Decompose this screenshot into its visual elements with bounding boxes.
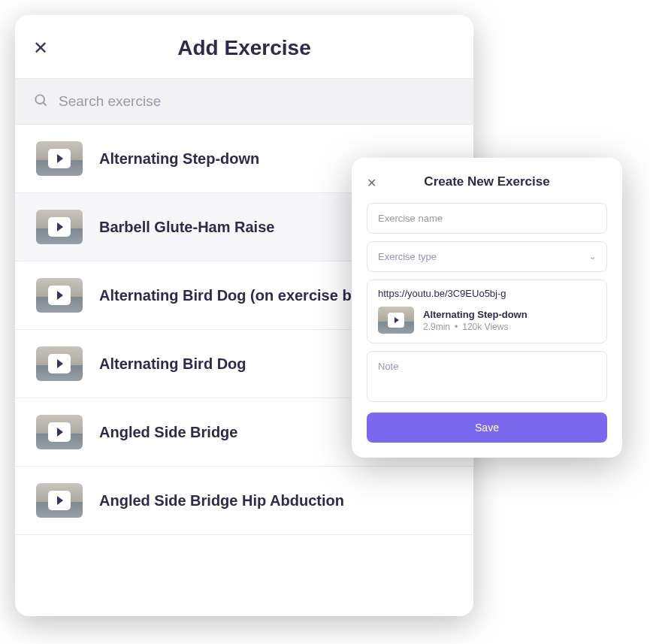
video-url-card: https://youtu.be/3C9EUo5bj-g Alternating… [367, 280, 607, 343]
exercise-label: Alternating Step-down [99, 150, 259, 168]
list-item[interactable]: Angled Side Bridge Hip Abduction [15, 467, 473, 535]
exercise-label: Alternating Bird Dog [99, 355, 246, 373]
search-icon [33, 92, 48, 110]
search-bar[interactable] [15, 79, 473, 125]
url-value[interactable]: https://youtu.be/3C9EUo5bj-g [378, 288, 596, 299]
video-thumbnail [36, 483, 83, 518]
preview-title: Alternating Step-down [423, 309, 528, 320]
play-icon [48, 217, 71, 237]
svg-point-0 [35, 95, 44, 104]
svg-line-1 [44, 103, 47, 106]
chevron-down-icon: ⌄ [589, 252, 596, 262]
video-thumbnail [36, 346, 83, 381]
exercise-label: Alternating Bird Dog (on exercise ball) [99, 287, 373, 304]
note-field[interactable] [367, 351, 607, 402]
panel-title: Add Exercise [33, 36, 455, 60]
close-icon[interactable]: ✕ [33, 38, 48, 59]
play-icon [48, 149, 71, 168]
save-button[interactable]: Save [367, 413, 607, 443]
exercise-label: Barbell Glute-Ham Raise [99, 219, 274, 236]
select-placeholder: Exercise type [378, 251, 437, 262]
preview-views: 120k Views [462, 322, 508, 332]
video-thumbnail [36, 210, 83, 244]
video-thumbnail [36, 278, 83, 313]
preview-duration: 2.9min [423, 322, 450, 332]
exercise-name-field[interactable] [367, 203, 607, 234]
preview-text: Alternating Step-down 2.9min•120k Views [423, 309, 528, 332]
modal-header: ✕ Create New Exercise [367, 174, 607, 189]
panel-header: ✕ Add Exercise [15, 15, 473, 79]
play-icon [48, 286, 71, 305]
exercise-label: Angled Side Bridge [99, 424, 237, 441]
exercise-type-select[interactable]: Exercise type ⌄ [367, 241, 607, 272]
create-exercise-modal: ✕ Create New Exercise Exercise type ⌄ ht… [352, 158, 622, 458]
search-input[interactable] [59, 93, 455, 110]
preview-meta: 2.9min•120k Views [423, 322, 528, 332]
exercise-label: Angled Side Bridge Hip Abduction [99, 492, 344, 509]
play-icon [48, 422, 71, 442]
video-thumbnail [36, 141, 83, 176]
modal-title: Create New Exercise [367, 174, 607, 189]
close-icon[interactable]: ✕ [367, 176, 376, 190]
video-thumbnail [378, 307, 414, 334]
video-preview: Alternating Step-down 2.9min•120k Views [378, 307, 596, 334]
video-thumbnail [36, 415, 83, 449]
play-icon [48, 354, 71, 373]
play-icon [48, 491, 71, 510]
play-icon [388, 313, 404, 328]
